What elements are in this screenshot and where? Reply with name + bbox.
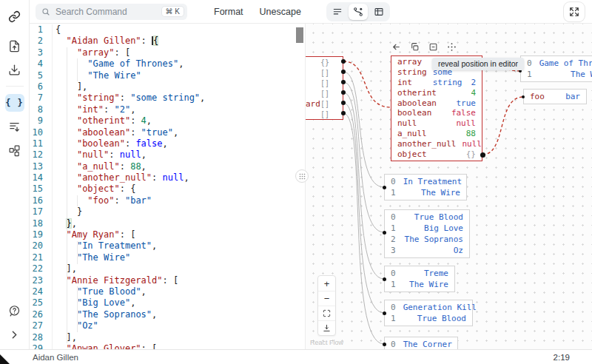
editor-line[interactable]: 10 "aboolean": "true",: [30, 127, 295, 138]
editor-line[interactable]: 28 ],: [30, 332, 295, 343]
editor-line[interactable]: 21 "The Wire": [30, 252, 295, 263]
unescape-button[interactable]: Unescape: [260, 7, 301, 17]
line-content: "Big Love",: [53, 297, 135, 309]
line-content: "The Sopranos",: [53, 309, 157, 320]
editor-line[interactable]: 22 ],: [30, 263, 295, 274]
node-key-value-row[interactable]: nullnull: [391, 118, 482, 129]
editor-line[interactable]: 4 "Game of Thrones",: [30, 58, 295, 70]
array-node[interactable]: 0Game of Thrones1The Wire: [520, 55, 592, 82]
editor-line[interactable]: 29 "Anwan Glover": [: [30, 343, 295, 349]
expand-sidebar-chevron-icon[interactable]: [5, 326, 24, 343]
editor-line[interactable]: 20 "In Treatment",: [30, 240, 295, 252]
react-flow-attribution[interactable]: React Flow: [310, 339, 343, 346]
line-content: "int": "2",: [53, 104, 135, 115]
text-view-button[interactable]: [328, 4, 347, 20]
selected-object-node[interactable]: arraystringsome stringint2otherint4abool…: [391, 55, 482, 161]
editor-scrollbar[interactable]: [296, 27, 303, 43]
editor-line[interactable]: 5 "The Wire": [30, 70, 295, 81]
node-row: 3Oz: [385, 245, 469, 256]
connection-handle: [480, 152, 485, 158]
editor-line[interactable]: 27 "Oz": [30, 320, 295, 331]
json-code-editor[interactable]: 1{2 "Aidan Gillen": {3 "array": [4 "Game…: [30, 24, 305, 349]
focus-node-icon[interactable]: [446, 41, 457, 53]
node-row: 1The Wire: [521, 69, 592, 80]
node-key-value-row[interactable]: otherint4: [391, 88, 482, 98]
editor-line[interactable]: 1{: [30, 24, 295, 36]
graph-canvas[interactable]: Aidan Gillen{}Amy Ryan[]Annie Fitzgerald…: [305, 24, 592, 349]
fullscreen-button[interactable]: [564, 2, 585, 21]
editor-line[interactable]: 12 "null": null,: [30, 149, 295, 161]
editor-line[interactable]: 19 "Amy Ryan": [: [30, 229, 295, 240]
graph-icon: [353, 7, 363, 17]
editor-line[interactable]: 26 "The Sopranos",: [30, 309, 295, 320]
editor-line[interactable]: 14 "another_null": null,: [30, 172, 295, 183]
copy-node-icon[interactable]: [409, 41, 420, 53]
connection-handle: [341, 90, 346, 95]
indent-guide: [77, 286, 78, 332]
help-icon[interactable]: [5, 302, 24, 320]
download-icon[interactable]: [5, 61, 24, 78]
view-switcher: [326, 2, 390, 21]
node-key-value-row[interactable]: booleanfalse: [391, 108, 482, 118]
editor-line[interactable]: 18 },: [30, 218, 295, 229]
editor-line[interactable]: 3 "array": [: [30, 47, 295, 58]
editor-line[interactable]: 8 "int": "2",: [30, 104, 295, 115]
editor-line[interactable]: 23 "Annie Fitzgerald": [: [30, 275, 295, 286]
root-json-node[interactable]: Aidan Gillen{}Amy Ryan[]Annie Fitzgerald…: [305, 56, 343, 120]
editor-line[interactable]: 15 "object": {: [30, 183, 295, 195]
object-node[interactable]: foobar: [523, 89, 587, 104]
app-window: { } Search Command ⌘ K Format Unescape: [0, 0, 592, 364]
fit-view-button[interactable]: [318, 306, 335, 320]
editor-line[interactable]: 11 "boolean": false,: [30, 138, 295, 149]
root-node-row[interactable]: Alexander Skarsgard[]: [305, 99, 343, 109]
node-key-value-row[interactable]: another_nullnull: [391, 139, 482, 149]
node-key-value-row[interactable]: a_null88: [391, 129, 482, 139]
editor-line[interactable]: 25 "Big Love",: [30, 297, 295, 309]
fit-view-icon: [323, 309, 331, 317]
node-tools-icon[interactable]: [5, 141, 24, 159]
editor-line[interactable]: 2 "Aidan Gillen": {: [30, 36, 295, 47]
array-node[interactable]: 0In Treatment1The Wire: [384, 174, 467, 200]
array-node[interactable]: 0Treme1The Wire: [384, 266, 455, 292]
line-number: 1: [30, 24, 53, 36]
table-view-button[interactable]: [369, 4, 388, 20]
editor-line[interactable]: 16 "foo": "bar": [30, 195, 295, 206]
node-key-value-row[interactable]: object{}: [391, 149, 482, 160]
import-file-icon[interactable]: [5, 37, 24, 55]
node-row: 0Generation Kill: [385, 302, 472, 313]
editor-line[interactable]: 7 "string": "some string",: [30, 92, 295, 104]
indent-guide: [67, 47, 67, 343]
zoom-in-button[interactable]: +: [318, 276, 335, 291]
app-logo-icon[interactable]: [5, 7, 24, 25]
line-content: },: [53, 218, 77, 229]
graph-view-button[interactable]: [349, 4, 368, 20]
root-node-row[interactable]: Aidan Gillen{}: [305, 58, 343, 68]
line-number: 24: [30, 286, 53, 297]
export-image-button[interactable]: [318, 320, 335, 335]
search-input[interactable]: Search Command ⌘ K: [36, 4, 187, 20]
root-node-row[interactable]: Amy Ryan[]: [305, 68, 343, 78]
line-content: "object": {: [53, 183, 135, 195]
format-button[interactable]: Format: [214, 7, 243, 17]
format-code-icon[interactable]: [5, 118, 24, 135]
collapse-node-icon[interactable]: [428, 41, 439, 53]
node-key-value-row[interactable]: abooleantrue: [391, 98, 482, 109]
array-node[interactable]: 0The Corner: [384, 337, 458, 349]
node-row: 1Big Love: [385, 223, 469, 234]
array-node[interactable]: 0Generation Kill1True Blood: [384, 300, 473, 326]
root-node-row[interactable]: Anwan Glover[]: [305, 89, 343, 99]
json-editor-tool-icon[interactable]: { }: [5, 94, 24, 112]
editor-line[interactable]: 24 "True Blood",: [30, 286, 295, 297]
root-node-row[interactable]: Clarke Peters[]: [305, 109, 343, 120]
zoom-out-button[interactable]: −: [318, 291, 335, 306]
back-icon[interactable]: [391, 41, 402, 53]
panel-resize-handle[interactable]: [295, 169, 309, 183]
root-node-row[interactable]: Annie Fitzgerald[]: [305, 78, 343, 89]
editor-line[interactable]: 17 }: [30, 206, 295, 218]
editor-line[interactable]: 6 ],: [30, 81, 295, 92]
array-node[interactable]: 0True Blood1Big Love2The Sopranos3Oz: [384, 209, 470, 258]
line-number: 6: [30, 81, 53, 92]
editor-line[interactable]: 9 "otherint": 4,: [30, 115, 295, 127]
editor-line[interactable]: 13 "a_null": 88,: [30, 161, 295, 172]
line-number: 2: [30, 36, 53, 47]
